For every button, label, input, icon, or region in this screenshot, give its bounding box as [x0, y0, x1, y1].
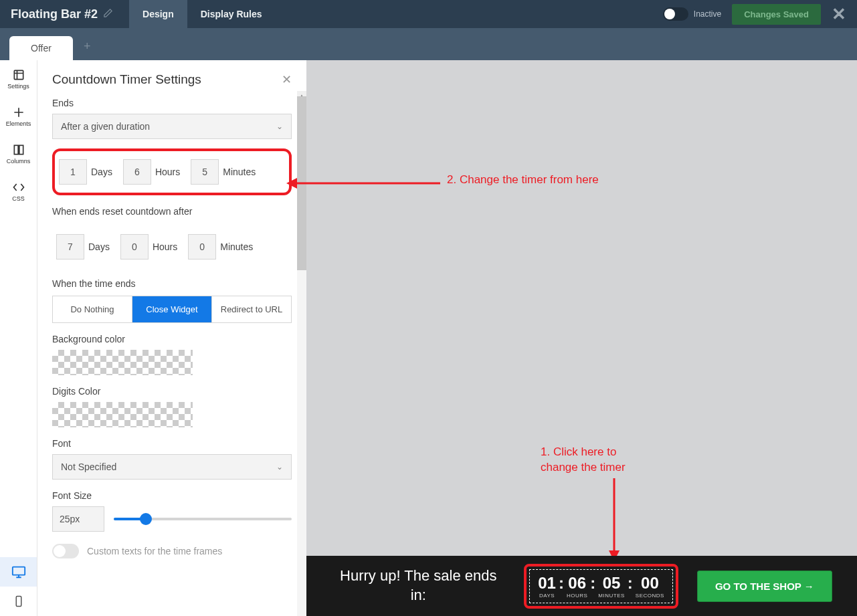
reset-duration-row: Days Hours Minutes [52, 226, 292, 268]
reset-days-label: Days [88, 241, 110, 252]
rail-elements-label: Elements [6, 120, 31, 127]
rail-columns-label: Columns [7, 158, 31, 165]
reset-hours-label: Hours [153, 241, 177, 252]
digits-color-swatch[interactable] [52, 402, 193, 427]
minutes-label: Minutes [223, 167, 256, 177]
add-tab-icon[interactable]: + [76, 33, 99, 60]
custom-texts-toggle[interactable] [52, 544, 79, 558]
bg-color-swatch[interactable] [52, 350, 193, 375]
minutes-input[interactable] [191, 159, 219, 185]
close-icon[interactable]: ✕ [832, 4, 846, 25]
days-input[interactable] [59, 159, 87, 185]
ends-select[interactable]: After a given duration ⌄ [52, 114, 292, 139]
timer-duration-row: Days Hours Minutes [52, 148, 292, 195]
edit-title-icon[interactable] [103, 8, 113, 21]
arrow-1-icon [609, 478, 620, 561]
svg-rect-1 [14, 145, 18, 154]
digits-color-label: Digits Color [52, 386, 292, 397]
annotation-1: 1. Click here to change the timer [541, 445, 654, 476]
font-size-value[interactable]: 25px [52, 506, 104, 532]
svg-marker-8 [286, 178, 297, 189]
font-size-label: Font Size [52, 490, 292, 501]
main-area: Settings Elements Columns CSS ▲ [0, 60, 857, 616]
slider-knob[interactable] [140, 513, 152, 525]
custom-texts-label: Custom texts for the time frames [87, 546, 222, 556]
timer-seconds-value: 00 [636, 574, 664, 593]
settings-panel: ▲ Countdown Timer Settings ✕ Ends After … [37, 60, 306, 616]
tab-design[interactable]: Design [129, 0, 187, 28]
reset-label: When ends reset countdown after [52, 206, 292, 217]
font-size-row: 25px [52, 506, 292, 532]
subtab-offer[interactable]: Offer [9, 36, 73, 60]
custom-texts-row: Custom texts for the time frames [52, 544, 292, 558]
reset-hours-input[interactable] [120, 234, 149, 260]
rail-css-label: CSS [12, 195, 25, 202]
timer-minutes-label: MINUTES [598, 593, 625, 599]
rail-settings-label: Settings [7, 83, 29, 90]
arrow-2-icon [286, 178, 440, 189]
svg-rect-0 [14, 70, 23, 79]
timer-hours-value: 06 [567, 574, 587, 593]
status-toggle-wrap: Inactive [663, 7, 721, 21]
sub-header: Offer + [0, 28, 857, 60]
device-desktop[interactable] [0, 557, 37, 587]
font-select[interactable]: Not Specified ⌄ [52, 454, 292, 480]
ends-label: Ends [52, 98, 292, 108]
panel-close-icon[interactable]: ✕ [282, 72, 292, 87]
reset-days-input[interactable] [56, 234, 84, 260]
svg-rect-4 [16, 597, 21, 607]
left-rail: Settings Elements Columns CSS [0, 60, 37, 616]
timer-seconds-label: SECONDS [636, 593, 664, 599]
header-tabs: Design Display Rules [129, 0, 276, 28]
header-right: Inactive Changes Saved ✕ [663, 4, 846, 25]
preview-message: Hurry up! The sale ends in: [331, 567, 505, 605]
option-redirect[interactable]: Redirect to URL [212, 296, 291, 322]
changes-saved-button[interactable]: Changes Saved [732, 4, 821, 25]
font-size-slider[interactable] [114, 518, 292, 520]
reset-minutes-label: Minutes [220, 241, 253, 252]
rail-elements[interactable]: Elements [0, 98, 37, 135]
floating-bar-preview: Hurry up! The sale ends in: 01DAYS : 06H… [306, 556, 857, 616]
timer-days-label: DAYS [538, 593, 556, 599]
timer-days-value: 01 [538, 574, 556, 593]
app-title: Floating Bar #2 [11, 7, 98, 21]
reset-minutes-input[interactable] [188, 234, 216, 260]
timer-hours-label: HOURS [567, 593, 587, 599]
panel-title: Countdown Timer Settings [52, 72, 201, 87]
preview-area: 1. Click here to change the timer 2. Cha… [306, 60, 857, 616]
status-toggle[interactable] [663, 7, 688, 21]
tab-display-rules[interactable]: Display Rules [187, 0, 276, 28]
hours-input[interactable] [123, 159, 151, 185]
svg-rect-2 [19, 145, 23, 154]
rail-settings[interactable]: Settings [0, 60, 37, 98]
font-label: Font [52, 438, 292, 449]
device-mobile[interactable] [0, 587, 37, 616]
chevron-down-icon: ⌄ [276, 462, 283, 472]
top-header: Floating Bar #2 Design Display Rules Ina… [0, 0, 857, 28]
shop-button[interactable]: GO TO THE SHOP → [697, 571, 832, 602]
rail-css[interactable]: CSS [0, 173, 37, 210]
annotation-2: 2. Change the timer from here [447, 173, 601, 188]
time-ends-options: Do Nothing Close Widget Redirect to URL [52, 296, 292, 323]
rail-columns[interactable]: Columns [0, 135, 37, 173]
ends-select-value: After a given duration [61, 121, 150, 132]
hours-label: Hours [155, 167, 180, 177]
font-select-value: Not Specified [61, 461, 116, 472]
option-do-nothing[interactable]: Do Nothing [53, 296, 132, 322]
svg-rect-3 [12, 567, 24, 575]
status-label: Inactive [694, 9, 721, 19]
days-label: Days [91, 167, 112, 177]
bg-color-label: Background color [52, 334, 292, 344]
chevron-down-icon: ⌄ [276, 122, 283, 131]
option-close-widget[interactable]: Close Widget [132, 296, 212, 322]
time-ends-label: When the time ends [52, 278, 292, 289]
countdown-timer[interactable]: 01DAYS : 06HOURS : 05MINUTES : 00SECONDS [524, 564, 678, 609]
timer-minutes-value: 05 [598, 574, 625, 593]
